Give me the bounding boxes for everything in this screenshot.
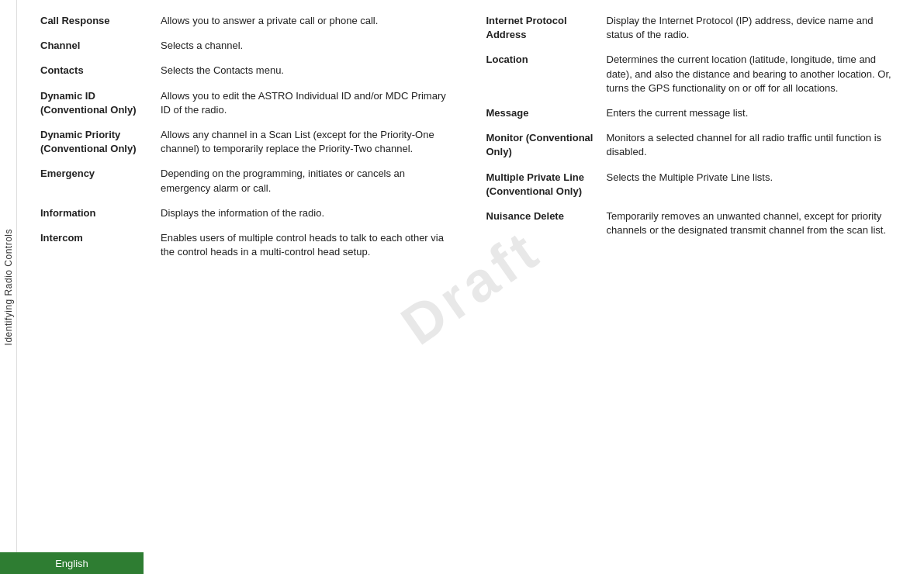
entry-definition: Monitors a selected channel for all radi… bbox=[607, 131, 902, 159]
entry-term: Intercom bbox=[40, 231, 153, 245]
entry-definition: Selects a channel. bbox=[161, 39, 455, 53]
entry-term: Channel bbox=[40, 39, 153, 53]
language-bar: English bbox=[0, 552, 144, 574]
entry-definition: Allows you to edit the ASTRO Individual … bbox=[161, 89, 455, 117]
entry-term: Call Response bbox=[40, 14, 153, 28]
entry-definition: Display the Internet Protocol (IP) addre… bbox=[607, 14, 902, 42]
entry-definition: Temporarily removes an unwanted channel,… bbox=[607, 209, 902, 237]
table-row: Dynamic ID (Conventional Only)Allows you… bbox=[40, 89, 455, 117]
entry-definition: Enables users of multiple control heads … bbox=[161, 231, 455, 259]
entry-term: Internet Protocol Address bbox=[486, 14, 599, 42]
table-row: EmergencyDepending on the programming, i… bbox=[40, 167, 455, 195]
entry-term: Contacts bbox=[40, 64, 153, 78]
page-container: Identifying Radio Controls Draft Call Re… bbox=[0, 0, 924, 574]
entry-term: Location bbox=[486, 53, 599, 67]
table-row: LocationDetermines the current location … bbox=[486, 53, 902, 95]
main-content: Draft Call ResponseAllows you to answer … bbox=[17, 0, 924, 574]
table-row: InformationDisplays the information of t… bbox=[40, 206, 455, 220]
entry-definition: Allows any channel in a Scan List (excep… bbox=[161, 128, 455, 156]
table-row: Monitor (Conventional Only)Monitors a se… bbox=[486, 131, 902, 159]
entry-term: Information bbox=[40, 206, 153, 220]
entry-definition: Selects the Multiple Private Line lists. bbox=[607, 171, 902, 185]
entry-definition: Selects the Contacts menu. bbox=[161, 64, 455, 78]
table-row: Dynamic Priority (Conventional Only)Allo… bbox=[40, 128, 455, 156]
table-row: IntercomEnables users of multiple contro… bbox=[40, 231, 455, 259]
table-row: Nuisance DeleteTemporarily removes an un… bbox=[486, 209, 902, 237]
table-row: MessageEnters the current message list. bbox=[486, 106, 902, 120]
entry-definition: Enters the current message list. bbox=[607, 106, 902, 120]
entry-term: Emergency bbox=[40, 167, 153, 181]
entry-term: Dynamic Priority (Conventional Only) bbox=[40, 128, 153, 156]
language-label: English bbox=[55, 558, 88, 569]
table-row: ContactsSelects the Contacts menu. bbox=[40, 64, 455, 78]
right-column: Internet Protocol AddressDisplay the Int… bbox=[486, 14, 902, 552]
table-row: Internet Protocol AddressDisplay the Int… bbox=[486, 14, 902, 42]
table-row: ChannelSelects a channel. bbox=[40, 39, 455, 53]
entry-term: Nuisance Delete bbox=[486, 209, 599, 223]
left-column: Call ResponseAllows you to answer a priv… bbox=[40, 14, 455, 552]
entry-definition: Displays the information of the radio. bbox=[161, 206, 455, 220]
sidebar-label: Identifying Radio Controls bbox=[0, 0, 17, 574]
content-table: Call ResponseAllows you to answer a priv… bbox=[40, 14, 901, 552]
footer: 24 bbox=[40, 552, 901, 574]
table-row: Call ResponseAllows you to answer a priv… bbox=[40, 14, 455, 28]
entry-term: Multiple Private Line (Conventional Only… bbox=[486, 171, 599, 199]
entry-term: Message bbox=[486, 106, 599, 120]
entry-definition: Determines the current location (latitud… bbox=[607, 53, 902, 95]
entry-definition: Depending on the programming, initiates … bbox=[161, 167, 455, 195]
entry-definition: Allows you to answer a private call or p… bbox=[161, 14, 455, 28]
table-row: Multiple Private Line (Conventional Only… bbox=[486, 171, 902, 199]
entry-term: Monitor (Conventional Only) bbox=[486, 131, 599, 159]
entry-term: Dynamic ID (Conventional Only) bbox=[40, 89, 153, 117]
sidebar-text: Identifying Radio Controls bbox=[3, 229, 14, 345]
